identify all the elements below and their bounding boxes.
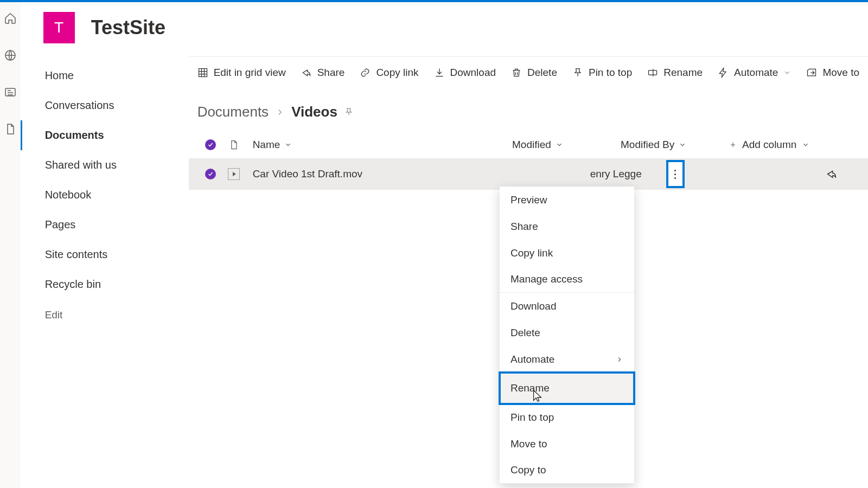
left-navigation: Home Conversations Documents Shared with… [21,56,189,488]
chevron-down-icon [556,141,563,149]
site-logo: T [43,12,75,43]
download-icon [434,67,445,78]
cmd-copy-link-label: Copy link [376,67,418,79]
column-modified-by-label: Modified By [621,139,674,151]
ctx-automate-label: Automate [510,354,554,365]
svg-rect-2 [199,69,207,77]
cmd-download-label: Download [450,67,496,79]
ctx-move-to[interactable]: Move to [500,431,634,457]
app-rail [0,2,21,488]
ctx-download-label: Download [510,300,557,312]
globe-icon[interactable] [4,49,17,64]
chevron-right-icon [616,356,623,363]
breadcrumb-current: Videos [291,104,337,120]
chevron-down-icon [802,141,809,149]
add-column-label: Add column [742,139,796,151]
news-icon[interactable] [4,86,17,101]
ctx-share[interactable]: Share [500,213,634,240]
share-row-icon[interactable] [826,168,838,180]
cmd-share[interactable]: Share [301,67,345,79]
pin-icon [572,67,583,78]
cmd-pin-to-top[interactable]: Pin to top [572,67,632,79]
ctx-copy-link[interactable]: Copy link [500,240,634,266]
ctx-move-to-label: Move to [510,438,547,450]
file-icon[interactable] [4,123,17,138]
ctx-copy-link-label: Copy link [510,247,553,259]
cmd-edit-grid-label: Edit in grid view [214,67,286,79]
ctx-pin-label: Pin to top [510,412,554,423]
automate-icon [718,67,729,78]
ctx-automate[interactable]: Automate [500,346,634,373]
nav-recycle-bin[interactable]: Recycle bin [21,269,189,299]
cmd-move-to-label: Move to [822,67,859,79]
column-modified-label: Modified [512,139,551,151]
grid-icon [197,67,208,78]
cmd-rename-label: Rename [663,67,703,79]
ctx-preview[interactable]: Preview [500,187,634,213]
table-row[interactable]: Car Video 1st Draft.mov enry Legge [189,158,868,190]
nav-site-contents[interactable]: Site contents [21,240,189,269]
chevron-down-icon [783,69,791,76]
ctx-manage-access[interactable]: Manage access [500,266,634,293]
cmd-download[interactable]: Download [434,67,496,79]
column-modified[interactable]: Modified [512,139,621,151]
column-modified-by[interactable]: Modified By [621,139,729,151]
file-name[interactable]: Car Video 1st Draft.mov [253,168,362,180]
cmd-edit-grid[interactable]: Edit in grid view [197,67,286,79]
ctx-manage-access-label: Manage access [510,273,583,285]
column-name-label: Name [253,139,280,151]
ctx-rename[interactable]: Rename [499,371,635,405]
site-header: T TestSite [21,2,868,56]
ctx-preview-label: Preview [510,194,547,206]
nav-notebook[interactable]: Notebook [21,180,189,210]
site-title: TestSite [91,16,165,39]
ctx-copy-to[interactable]: Copy to [500,457,634,484]
cmd-automate-label: Automate [734,67,778,79]
nav-pages[interactable]: Pages [21,210,189,240]
column-name[interactable]: Name [247,139,512,151]
plus-icon [729,141,737,149]
nav-shared-with-us[interactable]: Shared with us [21,150,189,180]
cmd-rename[interactable]: Rename [647,67,703,79]
context-menu: Preview Share Copy link Manage access Do… [500,187,634,484]
cursor-icon [532,389,544,406]
more-actions-button[interactable] [666,160,685,188]
select-all-check[interactable] [205,139,216,150]
ctx-pin-to-top[interactable]: Pin to top [500,404,634,431]
breadcrumb: Documents Videos [189,88,868,131]
nav-edit[interactable]: Edit [22,299,189,330]
home-icon[interactable] [4,12,17,27]
nav-documents[interactable]: Documents [21,120,189,150]
nav-home[interactable]: Home [21,61,189,91]
row-modified-by: enry Legge [590,168,642,180]
share-icon [301,67,312,78]
cmd-automate[interactable]: Automate [718,67,791,79]
svg-rect-3 [649,70,657,75]
cmd-delete[interactable]: Delete [511,67,557,79]
command-bar: Edit in grid view Share Copy link Downlo… [189,57,868,88]
move-to-icon [806,67,817,78]
trash-icon [511,67,522,78]
chevron-down-icon [679,141,686,149]
link-icon [360,67,371,78]
ctx-copy-to-label: Copy to [510,464,546,476]
breadcrumb-root[interactable]: Documents [197,104,269,120]
cmd-move-to[interactable]: Move to [806,67,859,79]
nav-conversations[interactable]: Conversations [21,91,189,120]
rename-icon [647,67,658,78]
video-file-icon [228,168,240,180]
kebab-icon [674,170,676,179]
cmd-pin-label: Pin to top [589,67,632,79]
cmd-share-label: Share [317,67,345,79]
ctx-share-label: Share [510,221,538,233]
add-column[interactable]: Add column [729,139,859,151]
ctx-download[interactable]: Download [500,293,634,319]
file-type-icon [228,139,239,150]
ctx-delete[interactable]: Delete [500,319,634,346]
ctx-rename-label: Rename [510,382,550,394]
cmd-copy-link[interactable]: Copy link [360,67,418,79]
chevron-right-icon [275,107,285,117]
pin-small-icon[interactable] [344,107,354,117]
table-header: Name Modified Modified By Add column [189,131,868,158]
row-check[interactable] [205,169,216,179]
